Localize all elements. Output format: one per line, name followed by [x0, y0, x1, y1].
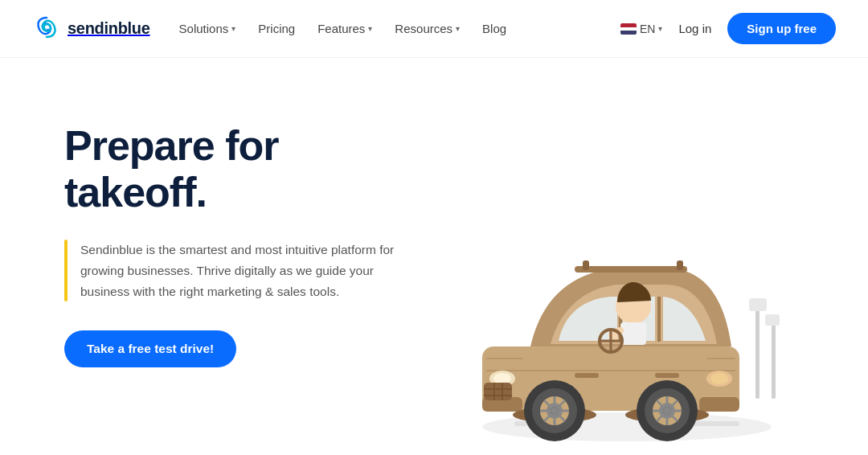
- hero-body-text: Sendinblue is the smartest and most intu…: [80, 240, 402, 301]
- nav-item-blog[interactable]: Blog: [482, 22, 506, 35]
- svg-rect-51: [655, 373, 679, 378]
- hero-body-wrap: Sendinblue is the smartest and most intu…: [64, 240, 402, 301]
- chevron-down-icon: ▾: [456, 24, 460, 33]
- svg-rect-6: [749, 298, 767, 311]
- chevron-down-icon: ▾: [231, 24, 235, 33]
- yellow-bar: [64, 240, 68, 301]
- cta-button[interactable]: Take a free test drive!: [64, 330, 236, 367]
- svg-rect-11: [575, 266, 687, 273]
- navbar: sendinblue Solutions ▾ Pricing Features …: [0, 0, 868, 58]
- nav-solutions-link[interactable]: Solutions ▾: [179, 22, 236, 35]
- svg-rect-4: [755, 302, 760, 399]
- car-illustration: [418, 141, 836, 447]
- nav-item-pricing[interactable]: Pricing: [258, 22, 295, 35]
- svg-rect-50: [575, 373, 599, 378]
- chevron-down-icon: ▾: [658, 24, 662, 33]
- svg-rect-3: [691, 421, 739, 426]
- navbar-left: sendinblue Solutions ▾ Pricing Features …: [32, 13, 506, 45]
- nav-links: Solutions ▾ Pricing Features ▾ Resources…: [179, 22, 507, 35]
- nav-item-resources[interactable]: Resources ▾: [395, 22, 460, 35]
- logo-icon: [32, 13, 61, 45]
- svg-rect-12: [583, 260, 589, 270]
- svg-rect-7: [765, 314, 780, 326]
- login-link[interactable]: Log in: [678, 22, 711, 35]
- hero-section: Prepare for takeoff. Sendinblue is the s…: [0, 58, 868, 455]
- navbar-right: EN ▾ Log in Sign up free: [620, 13, 836, 44]
- chevron-down-icon: ▾: [368, 24, 372, 33]
- nav-features-link[interactable]: Features ▾: [317, 22, 372, 35]
- hero-content: Prepare for takeoff. Sendinblue is the s…: [64, 106, 402, 367]
- nav-item-features[interactable]: Features ▾: [317, 22, 372, 35]
- nav-blog-link[interactable]: Blog: [482, 22, 506, 35]
- svg-point-17: [493, 373, 511, 384]
- signup-button[interactable]: Sign up free: [727, 13, 836, 44]
- hero-image: [418, 141, 836, 447]
- logo-link[interactable]: sendinblue: [32, 13, 150, 45]
- svg-point-19: [710, 373, 728, 384]
- svg-rect-46: [620, 322, 646, 345]
- svg-rect-20: [484, 383, 512, 400]
- nav-resources-link[interactable]: Resources ▾: [395, 22, 460, 35]
- logo-text: sendinblue: [68, 19, 150, 38]
- svg-rect-5: [772, 318, 776, 399]
- svg-rect-13: [677, 260, 683, 270]
- nav-item-solutions[interactable]: Solutions ▾: [179, 22, 236, 35]
- nav-pricing-link[interactable]: Pricing: [258, 22, 295, 35]
- svg-rect-15: [699, 397, 739, 412]
- hero-headline: Prepare for takeoff.: [64, 122, 402, 215]
- language-selector[interactable]: EN ▾: [620, 23, 662, 35]
- flag-icon: [620, 23, 637, 35]
